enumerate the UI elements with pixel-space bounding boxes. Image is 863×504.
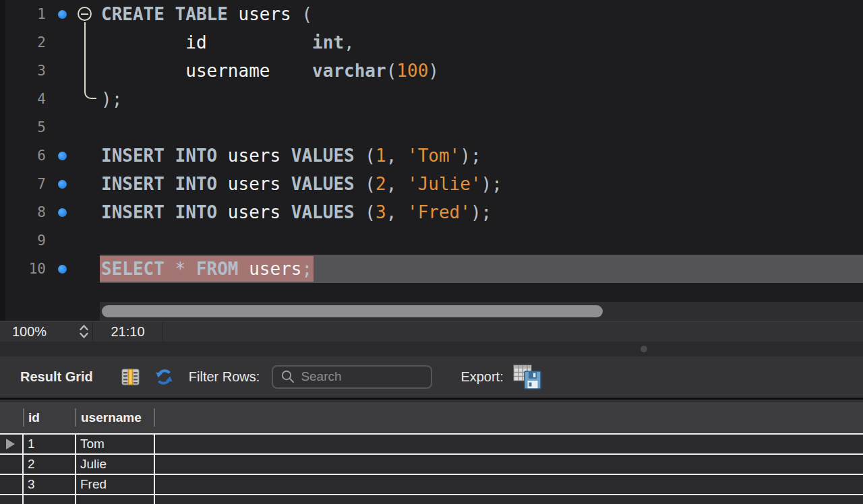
horizontal-scrollbar[interactable] [100, 302, 863, 321]
horizontal-scrollbar-thumb[interactable] [102, 305, 603, 317]
code-line-4[interactable]: 4); [0, 85, 863, 113]
row-gutter-cell[interactable] [0, 455, 24, 474]
toggle-grid-columns-icon[interactable] [121, 368, 140, 386]
code-line-3[interactable]: 3 username varchar(100) [0, 57, 863, 85]
table-row[interactable]: 1Tom [0, 435, 863, 455]
code-text[interactable]: INSERT INTO users VALUES (3, 'Fred'); [101, 198, 492, 226]
table-cell[interactable]: 1 [24, 435, 76, 453]
editor-status-bar: 100% 21:10 [0, 321, 863, 342]
result-grid-toolbar: Result Grid [0, 356, 863, 397]
column-separator[interactable] [75, 408, 76, 427]
line-number: 2 [0, 28, 46, 57]
table-cell[interactable] [76, 495, 155, 504]
zoom-control[interactable]: 100% [0, 321, 92, 342]
fold-toggle-icon[interactable] [78, 7, 92, 21]
splitter-handle-icon[interactable] [641, 346, 647, 352]
code-line-7[interactable]: 7INSERT INTO users VALUES (2, 'Julie'); [0, 170, 863, 198]
code-line-6[interactable]: 6INSERT INTO users VALUES (1, 'Tom'); [0, 141, 863, 170]
table-filler-cell [155, 495, 863, 504]
column-separator[interactable] [154, 408, 155, 427]
export-label: Export: [460, 369, 503, 385]
code-text[interactable]: id int, [101, 28, 355, 57]
code-line-9[interactable]: 9 [0, 226, 863, 255]
line-number: 5 [0, 113, 46, 141]
row-gutter-cell[interactable] [0, 435, 24, 453]
code-line-8[interactable]: 8INSERT INTO users VALUES (3, 'Fred'); [0, 198, 863, 226]
sql-editor[interactable]: 1CREATE TABLE users (2 id int,3 username… [0, 0, 863, 321]
code-line-5[interactable]: 5 [0, 113, 863, 141]
refresh-icon[interactable] [154, 367, 174, 387]
search-input[interactable] [301, 369, 415, 384]
status-filler [163, 321, 863, 342]
statement-marker-icon[interactable] [58, 208, 67, 217]
table-row[interactable]: 2Julie [0, 455, 863, 475]
table-filler-cell [155, 455, 863, 474]
zoom-level: 100% [12, 324, 47, 340]
fold-rail [84, 22, 96, 99]
code-text[interactable]: username varchar(100) [101, 57, 439, 85]
code-line-10[interactable]: 10SELECT * FROM users; [0, 255, 863, 283]
table-cell[interactable]: 2 [24, 455, 76, 474]
code-text[interactable]: INSERT INTO users VALUES (2, 'Julie'); [101, 170, 502, 198]
table-filler-cell [155, 475, 863, 494]
code-text[interactable]: CREATE TABLE users ( [101, 0, 312, 28]
table-cell[interactable]: Julie [76, 455, 155, 474]
table-cell[interactable] [24, 495, 76, 504]
code-text[interactable]: SELECT * FROM users; [101, 255, 314, 283]
line-number: 8 [0, 198, 46, 226]
line-number: 1 [0, 0, 46, 28]
code-text[interactable]: ); [101, 85, 122, 113]
line-number: 6 [0, 141, 46, 170]
result-grid-header: idusername [0, 402, 863, 433]
line-number: 10 [0, 255, 46, 283]
code-line-1[interactable]: 1CREATE TABLE users ( [0, 0, 863, 28]
search-icon [280, 369, 295, 384]
result-grid-body: 1Tom2Julie3Fred [0, 433, 863, 504]
table-row[interactable]: 3Fred [0, 475, 863, 495]
line-number: 7 [0, 170, 46, 198]
line-number: 4 [0, 85, 46, 113]
line-number: 3 [0, 57, 46, 85]
statement-marker-icon[interactable] [58, 10, 67, 19]
header-gutter-cell [0, 402, 24, 433]
code-text[interactable]: INSERT INTO users VALUES (1, 'Tom'); [101, 141, 481, 170]
toolbar-bottom-edge [0, 397, 863, 402]
current-row-marker-icon [6, 439, 15, 449]
result-grid-title: Result Grid [20, 369, 93, 385]
zoom-stepper-icon[interactable] [79, 324, 89, 339]
code-lines: 1CREATE TABLE users (2 id int,3 username… [0, 0, 863, 283]
column-separator[interactable] [23, 408, 24, 427]
line-number: 9 [0, 226, 46, 255]
table-cell[interactable]: Tom [76, 435, 155, 453]
pane-splitter[interactable] [0, 342, 863, 356]
row-gutter-cell[interactable] [0, 495, 24, 504]
row-gutter-cell[interactable] [0, 475, 24, 494]
export-grid-icon[interactable] [513, 365, 541, 389]
mysql-workbench-window: 1CREATE TABLE users (2 id int,3 username… [0, 0, 863, 504]
table-cell[interactable]: 3 [24, 475, 76, 494]
column-header-username[interactable]: username [76, 410, 155, 425]
selected-text: SELECT * FROM users; [100, 256, 314, 282]
table-row-empty[interactable] [0, 495, 863, 504]
statement-marker-icon[interactable] [58, 152, 67, 160]
cursor-position: 21:10 [93, 321, 162, 342]
table-cell[interactable]: Fred [76, 475, 155, 494]
statement-marker-icon[interactable] [58, 180, 67, 189]
search-box[interactable] [272, 365, 432, 389]
statement-marker-icon[interactable] [58, 265, 67, 274]
column-header-id[interactable]: id [24, 410, 76, 425]
filter-rows-label: Filter Rows: [189, 369, 260, 385]
table-filler-cell [155, 435, 863, 453]
code-line-2[interactable]: 2 id int, [0, 28, 863, 57]
